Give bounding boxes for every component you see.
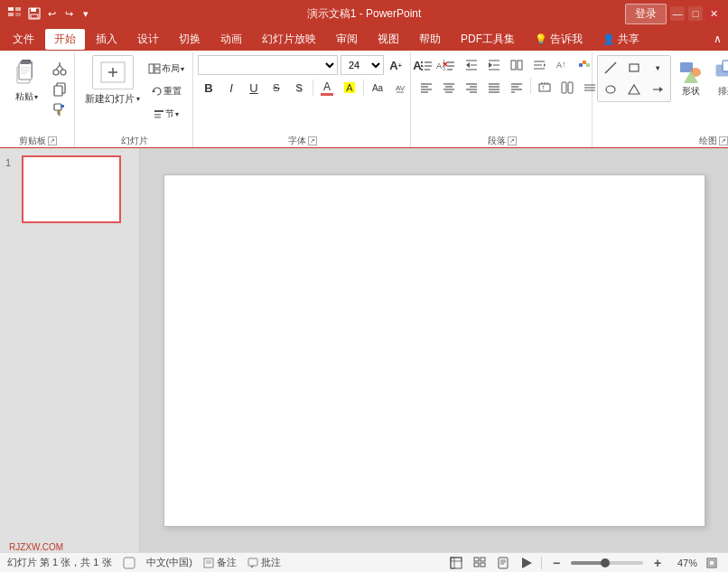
menu-tell[interactable]: 💡告诉我 bbox=[526, 29, 592, 50]
maximize-icon[interactable]: □ bbox=[688, 6, 703, 21]
drawing-label: 绘图 ↗ bbox=[597, 133, 728, 147]
align-center-button[interactable] bbox=[438, 78, 460, 98]
zoom-in-button[interactable]: + bbox=[649, 556, 667, 570]
reset-button[interactable]: 重置 bbox=[145, 81, 187, 101]
accessibility-btn[interactable] bbox=[123, 557, 135, 569]
text-direction-button[interactable]: A → bbox=[551, 55, 573, 75]
menu-insert[interactable]: 插入 bbox=[87, 29, 126, 50]
font-expand[interactable]: ↗ bbox=[308, 136, 317, 145]
shapes-dropdown[interactable]: ▾ bbox=[647, 58, 668, 78]
align-right-button[interactable] bbox=[461, 78, 482, 98]
status-right: − + 47% bbox=[447, 556, 721, 570]
menu-view[interactable]: 视图 bbox=[369, 29, 408, 50]
zoom-out-button[interactable]: − bbox=[547, 556, 565, 570]
menu-pdf[interactable]: PDF工具集 bbox=[452, 29, 524, 50]
save-icon[interactable] bbox=[27, 6, 42, 21]
menu-review[interactable]: 审阅 bbox=[327, 29, 367, 50]
svg-rect-1 bbox=[15, 7, 21, 11]
cut-button[interactable] bbox=[49, 59, 70, 79]
slide-thumbnail[interactable] bbox=[22, 155, 121, 223]
title-bar-left: ↩ ↪ ▾ bbox=[7, 6, 93, 21]
new-slide-dropdown[interactable]: 新建幻灯片 ▾ bbox=[81, 90, 144, 108]
convert-to-smartart[interactable] bbox=[574, 55, 595, 75]
undo-icon[interactable]: ↩ bbox=[44, 6, 59, 21]
font-family-selector[interactable] bbox=[198, 55, 338, 75]
normal-view-button[interactable] bbox=[447, 556, 465, 570]
svg-marker-127 bbox=[250, 566, 254, 568]
svg-rect-29 bbox=[154, 64, 160, 68]
slide-sorter-button[interactable] bbox=[471, 556, 489, 570]
oval-shape[interactable] bbox=[600, 80, 621, 99]
align-left-button[interactable] bbox=[415, 78, 437, 98]
menu-slideshow[interactable]: 幻灯片放映 bbox=[253, 29, 325, 50]
font-size-selector[interactable]: 24 bbox=[341, 55, 384, 75]
section-button[interactable]: 节 ▾ bbox=[145, 104, 187, 124]
rect-shape[interactable] bbox=[623, 58, 645, 78]
redo-icon[interactable]: ↪ bbox=[61, 6, 76, 21]
notes-btn[interactable]: 备注 bbox=[203, 556, 237, 569]
decrease-indent[interactable] bbox=[461, 55, 482, 75]
drawing-expand[interactable]: ↗ bbox=[719, 136, 728, 145]
slideshow-button[interactable] bbox=[518, 556, 536, 570]
line-shape[interactable] bbox=[600, 58, 621, 78]
font-case-button[interactable]: Aa bbox=[367, 78, 388, 98]
new-slide-top-button[interactable] bbox=[92, 55, 134, 89]
bullet-list-button[interactable] bbox=[415, 55, 437, 75]
increase-indent[interactable] bbox=[483, 55, 505, 75]
paragraph-expand[interactable]: ↗ bbox=[508, 136, 517, 145]
menu-design[interactable]: 设计 bbox=[128, 29, 168, 50]
format-painter-button[interactable] bbox=[49, 100, 70, 120]
slide-panel: 1 bbox=[0, 148, 140, 552]
arrow-shape[interactable] bbox=[647, 80, 668, 99]
bold-button[interactable]: B bbox=[198, 78, 219, 98]
fit-slide-button[interactable] bbox=[703, 556, 721, 570]
reading-view-button[interactable] bbox=[494, 556, 512, 570]
comments-btn[interactable]: 批注 bbox=[247, 556, 281, 569]
shadow-button[interactable]: S bbox=[288, 78, 310, 98]
arrange-button[interactable]: 排列 bbox=[711, 55, 728, 100]
slide-info: 幻灯片 第 1 张，共 1 张 bbox=[7, 556, 112, 569]
shapes-button[interactable]: 形状 bbox=[675, 55, 707, 100]
menu-share[interactable]: 👤共享 bbox=[593, 29, 649, 50]
menu-animation[interactable]: 动画 bbox=[211, 29, 251, 50]
zoom-thumb[interactable] bbox=[601, 558, 610, 567]
slide-canvas[interactable] bbox=[163, 174, 705, 527]
slide-thumb-container: 1 bbox=[5, 155, 134, 223]
align-distribute[interactable] bbox=[506, 78, 527, 98]
ribbon-collapse[interactable]: ∧ bbox=[710, 32, 724, 46]
triangle-shape[interactable] bbox=[623, 80, 645, 99]
strikethrough-button[interactable]: S bbox=[266, 78, 287, 98]
char-spacing[interactable]: AV bbox=[389, 78, 411, 98]
comments-label: 批注 bbox=[261, 556, 281, 569]
menu-help[interactable]: 帮助 bbox=[410, 29, 450, 50]
font-color-button[interactable]: A bbox=[316, 78, 338, 98]
customize-icon[interactable]: ▾ bbox=[79, 6, 93, 21]
text-box-button[interactable]: T bbox=[534, 78, 555, 98]
justify-button[interactable] bbox=[483, 78, 505, 98]
slide-number: 1 bbox=[5, 157, 16, 168]
main-area: 1 bbox=[0, 148, 728, 552]
increase-font-size[interactable]: A+ bbox=[385, 55, 406, 75]
paste-dropdown[interactable]: ▾ bbox=[34, 93, 38, 101]
font-label: 字体 ↗ bbox=[198, 133, 406, 147]
close-icon[interactable]: ✕ bbox=[706, 6, 721, 21]
minimize-icon[interactable]: — bbox=[670, 6, 685, 21]
layout-button[interactable]: 布局 ▾ bbox=[145, 59, 187, 79]
line-spacing-button[interactable] bbox=[528, 55, 550, 75]
paste-button[interactable]: 粘贴 ▾ bbox=[5, 55, 47, 106]
menu-transition[interactable]: 切换 bbox=[170, 29, 210, 50]
menu-home[interactable]: 开始 bbox=[45, 29, 85, 50]
copy-button[interactable] bbox=[49, 80, 70, 99]
login-button[interactable]: 登录 bbox=[625, 4, 667, 24]
italic-button[interactable]: I bbox=[220, 78, 242, 98]
zoom-slider[interactable] bbox=[571, 561, 643, 565]
columns-button[interactable] bbox=[506, 55, 527, 75]
clipboard-expand[interactable]: ↗ bbox=[48, 136, 57, 145]
numbered-list-button[interactable]: 1. 2. 3. bbox=[438, 55, 460, 75]
arrange-label: 排列 bbox=[718, 85, 728, 98]
svg-rect-97 bbox=[568, 82, 573, 93]
highlight-button[interactable]: A bbox=[339, 78, 360, 98]
menu-file[interactable]: 文件 bbox=[4, 29, 43, 50]
underline-button[interactable]: U bbox=[243, 78, 265, 98]
smart-art-para[interactable] bbox=[556, 78, 578, 98]
